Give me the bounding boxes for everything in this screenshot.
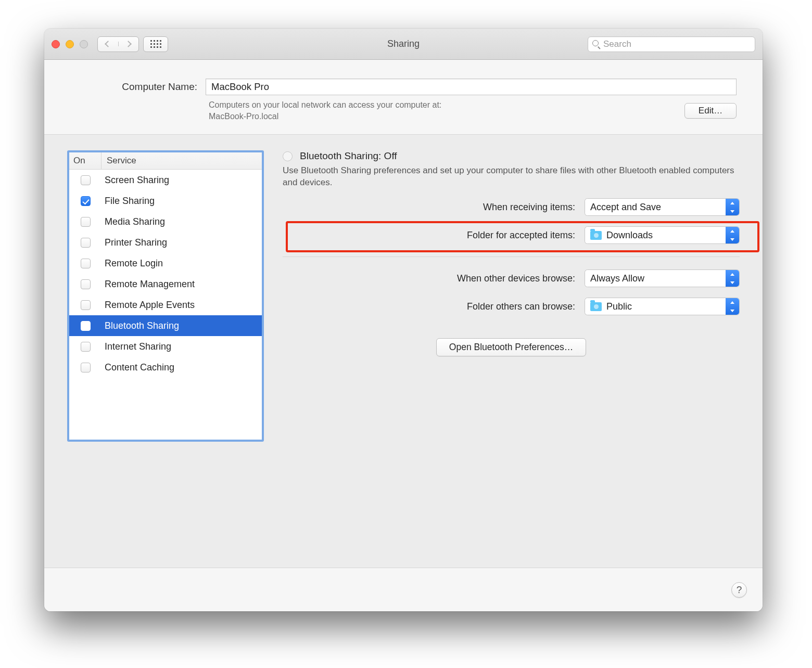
window-controls bbox=[52, 40, 88, 48]
others-folder-row: Folder others can browse: Public bbox=[283, 298, 740, 315]
browse-value: Always Allow bbox=[590, 273, 644, 284]
stepper-icon bbox=[726, 298, 739, 315]
col-service: Service bbox=[102, 152, 262, 169]
bluetooth-sharing-heading: Bluetooth Sharing: Off bbox=[300, 150, 397, 162]
search-field-wrap[interactable] bbox=[588, 36, 755, 52]
show-all-button[interactable] bbox=[143, 36, 168, 52]
services-header: On Service bbox=[69, 152, 262, 170]
computer-name-section: Computer Name: Computers on your local n… bbox=[44, 60, 763, 135]
service-row-remote-apple-events[interactable]: Remote Apple Events bbox=[69, 294, 262, 315]
others-folder-popup[interactable]: Public bbox=[585, 298, 740, 315]
accepted-folder-value: Downloads bbox=[606, 230, 653, 241]
accepted-folder-popup[interactable]: Downloads bbox=[585, 226, 740, 244]
zoom-icon bbox=[80, 40, 88, 48]
service-checkbox[interactable] bbox=[81, 175, 91, 185]
service-row-media-sharing[interactable]: Media Sharing bbox=[69, 211, 262, 232]
computer-name-help: Computers on your local network can acce… bbox=[209, 99, 674, 122]
service-checkbox[interactable] bbox=[81, 259, 91, 268]
footer: ? bbox=[44, 568, 763, 611]
service-label: Remote Apple Events bbox=[102, 300, 262, 311]
content-area: Computer Name: Computers on your local n… bbox=[44, 60, 763, 611]
search-icon bbox=[592, 40, 600, 48]
receiving-value: Accept and Save bbox=[590, 202, 661, 213]
computer-name-label: Computer Name: bbox=[70, 81, 200, 93]
stepper-icon bbox=[726, 199, 739, 215]
help-line-2: MacBook-Pro.local bbox=[209, 112, 278, 121]
service-label: Media Sharing bbox=[102, 216, 262, 227]
service-checkbox[interactable] bbox=[81, 300, 91, 310]
stepper-icon bbox=[726, 227, 739, 243]
service-label: Bluetooth Sharing bbox=[102, 320, 262, 331]
accepted-folder-label: Folder for accepted items: bbox=[283, 230, 575, 241]
sharing-prefs-window: Sharing Computer Name: Computers on your… bbox=[44, 29, 763, 611]
service-label: Remote Management bbox=[102, 279, 262, 290]
services-body: Screen SharingFile SharingMedia SharingP… bbox=[69, 170, 262, 440]
service-row-screen-sharing[interactable]: Screen Sharing bbox=[69, 170, 262, 190]
browse-popup[interactable]: Always Allow bbox=[585, 269, 740, 287]
service-label: Remote Login bbox=[102, 258, 262, 269]
receiving-label: When receiving items: bbox=[283, 202, 575, 213]
service-label: File Sharing bbox=[102, 196, 262, 207]
service-label: Internet Sharing bbox=[102, 341, 262, 352]
service-checkbox[interactable] bbox=[81, 217, 91, 227]
service-row-internet-sharing[interactable]: Internet Sharing bbox=[69, 336, 262, 357]
close-icon[interactable] bbox=[52, 40, 60, 48]
help-button[interactable]: ? bbox=[731, 582, 747, 598]
service-row-remote-login[interactable]: Remote Login bbox=[69, 253, 262, 274]
service-checkbox[interactable] bbox=[81, 342, 91, 352]
help-line-1: Computers on your local network can acce… bbox=[209, 100, 441, 109]
services-list[interactable]: On Service Screen SharingFile SharingMed… bbox=[67, 150, 264, 442]
back-button[interactable] bbox=[98, 42, 118, 46]
computer-name-input[interactable] bbox=[206, 79, 737, 95]
service-row-file-sharing[interactable]: File Sharing bbox=[69, 190, 262, 211]
service-checkbox[interactable] bbox=[81, 196, 91, 206]
search-input[interactable] bbox=[603, 39, 751, 49]
service-row-remote-management[interactable]: Remote Management bbox=[69, 274, 262, 294]
browse-label: When other devices browse: bbox=[283, 273, 575, 284]
folder-icon bbox=[590, 231, 602, 240]
stepper-icon bbox=[726, 270, 739, 287]
others-folder-label: Folder others can browse: bbox=[283, 301, 575, 312]
service-label: Content Caching bbox=[102, 362, 262, 373]
grid-icon bbox=[150, 40, 161, 48]
forward-button[interactable] bbox=[118, 42, 139, 46]
others-folder-value: Public bbox=[606, 301, 632, 312]
chevron-right-icon bbox=[125, 41, 132, 47]
col-on: On bbox=[69, 152, 102, 169]
service-row-content-caching[interactable]: Content Caching bbox=[69, 357, 262, 378]
service-checkbox[interactable] bbox=[81, 279, 91, 289]
bluetooth-sharing-description: Use Bluetooth Sharing preferences and se… bbox=[283, 165, 740, 189]
main-section: On Service Screen SharingFile SharingMed… bbox=[44, 135, 763, 568]
question-icon: ? bbox=[737, 584, 742, 596]
accepted-folder-row: Folder for accepted items: Downloads bbox=[283, 226, 740, 244]
receiving-popup[interactable]: Accept and Save bbox=[585, 198, 740, 216]
service-label: Screen Sharing bbox=[102, 175, 262, 186]
details-pane: Bluetooth Sharing: Off Use Bluetooth Sha… bbox=[283, 150, 740, 356]
folder-icon bbox=[590, 302, 602, 311]
service-label: Printer Sharing bbox=[102, 237, 262, 248]
toolbar: Sharing bbox=[44, 29, 763, 60]
browse-row: When other devices browse: Always Allow bbox=[283, 269, 740, 287]
service-checkbox[interactable] bbox=[81, 238, 91, 248]
nav-back-forward[interactable] bbox=[97, 36, 139, 52]
open-bluetooth-prefs-button[interactable]: Open Bluetooth Preferences… bbox=[436, 338, 586, 356]
receiving-row: When receiving items: Accept and Save bbox=[283, 198, 740, 216]
options-group-2: When other devices browse: Always Allow … bbox=[283, 269, 740, 315]
service-row-printer-sharing[interactable]: Printer Sharing bbox=[69, 232, 262, 253]
chevron-left-icon bbox=[105, 41, 111, 47]
edit-hostname-button[interactable]: Edit… bbox=[684, 103, 737, 119]
minimize-icon[interactable] bbox=[66, 40, 74, 48]
options-group-1: When receiving items: Accept and Save Fo… bbox=[283, 198, 740, 244]
service-row-bluetooth-sharing[interactable]: Bluetooth Sharing bbox=[69, 315, 262, 336]
status-radio-icon bbox=[283, 151, 293, 161]
service-checkbox[interactable] bbox=[81, 363, 91, 372]
service-checkbox[interactable] bbox=[81, 321, 91, 331]
divider bbox=[283, 256, 740, 257]
